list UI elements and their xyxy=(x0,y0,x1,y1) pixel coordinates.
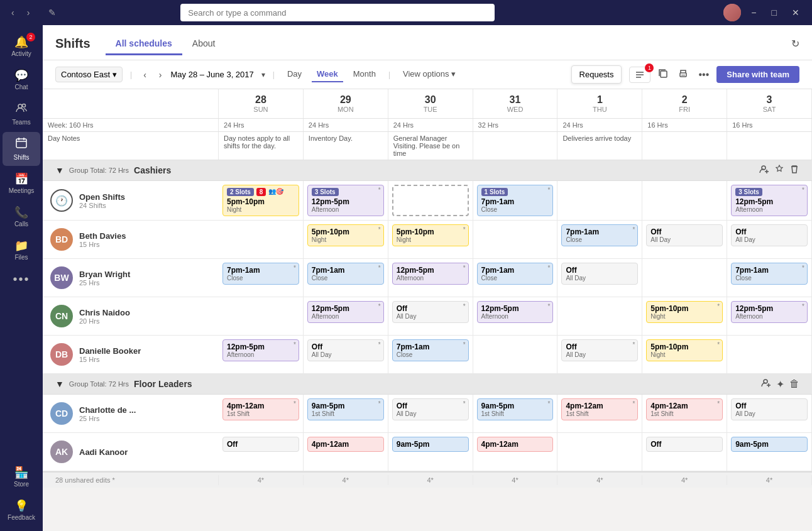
shift-block[interactable]: 12pm-5pm Afternoon * xyxy=(731,301,808,323)
open-shift-mon[interactable]: 3 Slots 12pm-5pm Afternoon * xyxy=(304,181,388,220)
open-shift-sun[interactable]: 2 Slots 8 👥🎯 5pm-10pm Night xyxy=(219,181,304,220)
sidebar-item-more[interactable]: ••• xyxy=(3,267,40,293)
open-shift-thu[interactable] xyxy=(557,181,642,220)
shift-block[interactable]: 4pm-12am xyxy=(307,437,384,452)
shift-block[interactable]: 4pm-12am 1st Shift * xyxy=(222,398,299,420)
shift-block[interactable]: 7pm-1am Close * xyxy=(477,263,554,285)
shift-block[interactable]: 7pm-1am Close * xyxy=(392,339,469,361)
shift-block[interactable]: 1 Slots 7pm-1am Close * xyxy=(477,185,554,216)
beth-fri[interactable]: Off All Day xyxy=(642,221,727,258)
shift-block[interactable]: Off All Day * xyxy=(561,339,638,361)
open-shift-wed[interactable]: 1 Slots 7pm-1am Close * xyxy=(473,181,558,220)
bryan-sat[interactable]: 7pm-1am Close * xyxy=(727,259,812,297)
user-avatar[interactable] xyxy=(723,4,741,21)
chris-fri[interactable]: 5pm-10pm Night * xyxy=(642,297,727,335)
chris-mon[interactable]: 12pm-5pm Afternoon * xyxy=(304,297,388,335)
shift-block[interactable]: Off All Day * xyxy=(392,301,469,323)
shift-block[interactable]: 3 Slots 12pm-5pm Afternoon * xyxy=(731,185,808,216)
open-shift-sat[interactable]: 3 Slots 12pm-5pm Afternoon * xyxy=(727,181,812,220)
shift-block[interactable]: 9am-5pm 1st Shift * xyxy=(307,398,384,420)
shift-block[interactable]: Off xyxy=(222,437,299,452)
auto-schedule-button[interactable]: ✦ xyxy=(776,378,784,390)
beth-tue[interactable]: 5pm-10pm Night * xyxy=(388,221,473,258)
delete-group-button[interactable]: 🗑 xyxy=(789,378,799,390)
charlotte-sat[interactable]: Off All Day xyxy=(727,395,812,432)
prev-week-button[interactable]: ‹ xyxy=(140,67,150,82)
shift-block[interactable]: Off All Day xyxy=(561,263,638,285)
chris-wed[interactable]: 12pm-5pm Afternoon * xyxy=(473,297,558,335)
open-shift-fri[interactable] xyxy=(642,181,727,220)
beth-sat[interactable]: Off All Day xyxy=(727,221,812,258)
close-button[interactable]: ✕ xyxy=(787,6,804,19)
shift-block[interactable]: 7pm-1am Close * xyxy=(731,263,808,285)
charlotte-sun[interactable]: 4pm-12am 1st Shift * xyxy=(219,395,304,432)
view-week-button[interactable]: Week xyxy=(312,67,343,82)
delete-group-button[interactable] xyxy=(789,164,799,177)
charlotte-tue[interactable]: Off All Day * xyxy=(388,395,473,432)
beth-wed[interactable] xyxy=(473,221,558,258)
shift-block[interactable]: 12pm-5pm Afternoon * xyxy=(222,339,299,361)
shift-block[interactable]: 9am-5pm 1st Shift * xyxy=(477,398,554,420)
shift-block[interactable]: 2 Slots 8 👥🎯 5pm-10pm Night xyxy=(222,185,299,216)
danielle-thu[interactable]: Off All Day * xyxy=(557,336,642,373)
sidebar-item-files[interactable]: 📁 Files xyxy=(3,234,40,266)
shift-block[interactable]: 5pm-10pm Night * xyxy=(646,301,723,323)
bryan-sun[interactable]: 7pm-1am Close * xyxy=(219,259,304,297)
shift-block[interactable]: 5pm-10pm Night * xyxy=(646,339,723,361)
sidebar-item-feedback[interactable]: 💡 Feedback xyxy=(3,494,40,526)
aadi-tue[interactable]: 9am-5pm xyxy=(388,433,473,471)
tab-all-schedules[interactable]: All schedules xyxy=(106,33,182,55)
empty-shift-block[interactable] xyxy=(392,185,469,216)
shift-block[interactable]: Off All Day xyxy=(646,224,723,246)
maximize-button[interactable]: □ xyxy=(767,6,782,19)
shift-block[interactable]: 3 Slots 12pm-5pm Afternoon * xyxy=(307,185,384,216)
shift-block[interactable]: 7pm-1am Close * xyxy=(222,263,299,285)
aadi-fri[interactable]: Off xyxy=(642,433,727,471)
shift-block[interactable]: 7pm-1am Close * xyxy=(307,263,384,285)
bryan-fri[interactable] xyxy=(642,259,727,297)
sidebar-item-chat[interactable]: 💬 Chat xyxy=(3,63,40,96)
shift-block[interactable]: 4pm-12am 1st Shift * xyxy=(561,398,638,420)
bryan-wed[interactable]: 7pm-1am Close * xyxy=(473,259,558,297)
refresh-button[interactable]: ↻ xyxy=(791,38,799,50)
danielle-mon[interactable]: Off All Day * xyxy=(304,336,388,373)
bryan-thu[interactable]: Off All Day xyxy=(557,259,642,297)
shift-block[interactable]: 12pm-5pm Afternoon * xyxy=(392,263,469,285)
charlotte-wed[interactable]: 9am-5pm 1st Shift * xyxy=(473,395,558,432)
charlotte-mon[interactable]: 9am-5pm 1st Shift * xyxy=(304,395,388,432)
danielle-sun[interactable]: 12pm-5pm Afternoon * xyxy=(219,336,304,373)
add-employee-button[interactable] xyxy=(759,164,769,177)
edit-button[interactable]: ✎ xyxy=(43,5,61,20)
shift-block[interactable]: 9am-5pm xyxy=(731,437,808,452)
shift-block[interactable]: 5pm-10pm Night * xyxy=(392,224,469,246)
minimize-button[interactable]: − xyxy=(746,6,761,19)
view-day-button[interactable]: Day xyxy=(282,67,307,82)
charlotte-fri[interactable]: 4pm-12am 1st Shift * xyxy=(642,395,727,432)
shift-block[interactable]: Off All Day xyxy=(731,224,808,246)
bryan-tue[interactable]: 12pm-5pm Afternoon * xyxy=(388,259,473,297)
aadi-mon[interactable]: 4pm-12am xyxy=(304,433,388,471)
shift-block[interactable]: Off xyxy=(646,437,723,452)
shift-block[interactable]: Off All Day * xyxy=(307,339,384,361)
shift-block[interactable]: 12pm-5pm Afternoon * xyxy=(477,301,554,323)
collapse-icon[interactable]: ▼ xyxy=(55,379,64,389)
search-input[interactable] xyxy=(180,4,495,21)
aadi-sat[interactable]: 9am-5pm xyxy=(727,433,812,471)
next-week-button[interactable]: › xyxy=(155,67,166,82)
beth-thu[interactable]: 7pm-1am Close * xyxy=(557,221,642,258)
sidebar-item-teams[interactable]: Teams xyxy=(3,97,40,131)
shift-block[interactable]: 4pm-12am 1st Shift * xyxy=(646,398,723,420)
chris-sat[interactable]: 12pm-5pm Afternoon * xyxy=(727,297,812,335)
shift-block[interactable]: Off All Day xyxy=(731,398,808,420)
danielle-sat[interactable] xyxy=(727,336,812,373)
beth-mon[interactable]: 5pm-10pm Night * xyxy=(304,221,388,258)
tab-about[interactable]: About xyxy=(182,33,226,55)
view-month-button[interactable]: Month xyxy=(348,67,381,82)
sidebar-item-shifts[interactable]: Shifts xyxy=(3,132,40,166)
bryan-mon[interactable]: 7pm-1am Close * xyxy=(304,259,388,297)
more-options-button[interactable]: ••• xyxy=(696,67,711,83)
sidebar-item-store[interactable]: 🏪 Store xyxy=(3,461,40,493)
aadi-thu[interactable] xyxy=(557,433,642,471)
nav-back-button[interactable]: ‹ xyxy=(8,5,18,20)
danielle-wed[interactable] xyxy=(473,336,558,373)
